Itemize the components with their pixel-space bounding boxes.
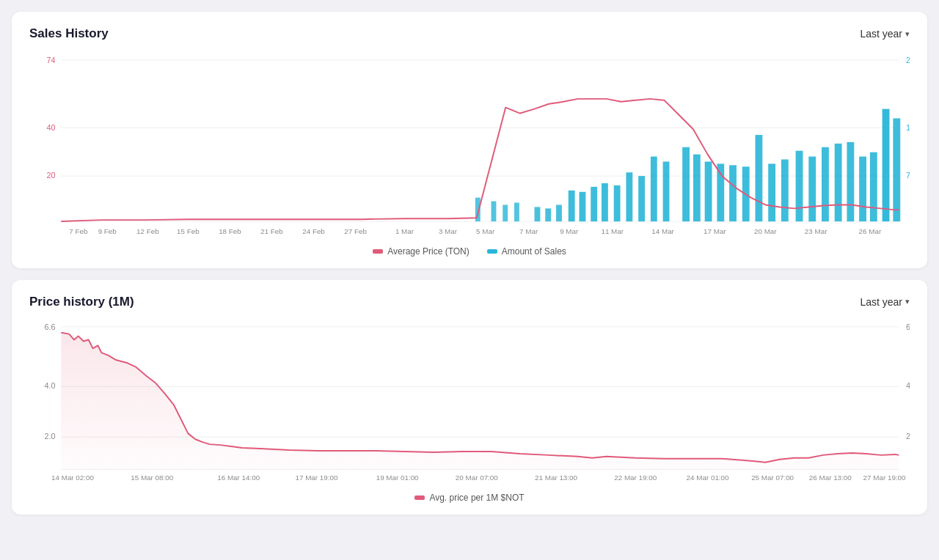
price-history-title: Price history (1M) (29, 295, 134, 309)
legend-bar-item: Amount of Sales (487, 246, 566, 257)
svg-text:15 Mar 08:00: 15 Mar 08:00 (131, 474, 173, 482)
legend-line-item: Average Price (TON) (373, 246, 470, 257)
svg-text:2.0: 2.0 (44, 432, 55, 441)
svg-marker-73 (61, 332, 899, 469)
svg-text:2.0: 2.0 (906, 432, 910, 441)
svg-text:14 Mar: 14 Mar (651, 227, 674, 235)
sales-history-title: Sales History (29, 26, 109, 41)
svg-rect-39 (847, 142, 854, 221)
svg-rect-23 (638, 176, 645, 221)
svg-text:18 Feb: 18 Feb (219, 227, 241, 235)
svg-rect-38 (835, 144, 842, 221)
price-history-header: Price history (1M) Last year ▾ (29, 295, 910, 309)
price-history-period-selector[interactable]: Last year ▾ (860, 296, 910, 308)
svg-rect-27 (693, 155, 701, 221)
svg-text:26 Mar: 26 Mar (859, 227, 882, 235)
svg-text:40: 40 (46, 123, 55, 132)
svg-rect-14 (535, 207, 541, 221)
legend-line-label: Average Price (TON) (387, 246, 470, 257)
price-history-chevron-icon: ▾ (905, 297, 910, 306)
svg-text:4.0: 4.0 (44, 381, 55, 390)
svg-text:14 Mar 02:00: 14 Mar 02:00 (51, 474, 94, 482)
svg-rect-21 (614, 185, 621, 221)
svg-text:17 Mar 19:00: 17 Mar 19:00 (296, 474, 338, 482)
svg-rect-11 (492, 202, 497, 222)
svg-rect-33 (768, 163, 775, 221)
legend-price-item: Avg. price per 1M $NOT (414, 493, 524, 503)
svg-text:6.6: 6.6 (44, 322, 55, 331)
svg-text:9 Feb: 9 Feb (98, 227, 117, 235)
svg-rect-42 (883, 109, 890, 221)
legend-price-dot (414, 495, 425, 500)
legend-bar-dot (487, 249, 497, 254)
sales-history-svg: 74 40 20 27602 14000 7000 (29, 50, 910, 237)
svg-rect-37 (822, 147, 829, 221)
sales-history-period-label: Last year (860, 28, 902, 40)
svg-rect-35 (796, 151, 803, 221)
svg-text:20 Mar: 20 Mar (754, 227, 777, 235)
svg-rect-15 (545, 208, 551, 221)
svg-rect-20 (602, 183, 608, 221)
sales-history-legend: Average Price (TON) Amount of Sales (29, 246, 910, 257)
svg-text:7 Feb: 7 Feb (69, 227, 88, 235)
svg-rect-19 (591, 187, 597, 221)
svg-text:15 Feb: 15 Feb (177, 227, 200, 235)
price-history-period-label: Last year (860, 296, 902, 308)
svg-rect-22 (626, 172, 632, 221)
svg-rect-40 (859, 157, 866, 222)
svg-text:4.0: 4.0 (906, 381, 910, 390)
svg-text:22 Mar 19:00: 22 Mar 19:00 (614, 474, 657, 482)
svg-text:20: 20 (46, 171, 55, 180)
legend-line-dot (373, 249, 383, 254)
svg-text:3 Mar: 3 Mar (439, 227, 458, 235)
svg-text:16 Mar 14:00: 16 Mar 14:00 (217, 474, 260, 482)
svg-text:9 Mar: 9 Mar (560, 227, 579, 235)
svg-text:20 Mar 07:00: 20 Mar 07:00 (456, 474, 498, 482)
svg-text:14000: 14000 (906, 123, 910, 132)
svg-rect-34 (781, 160, 789, 222)
svg-rect-36 (808, 157, 816, 222)
price-history-svg: 6.6 4.0 2.0 6.6 4.0 2.0 (29, 318, 910, 484)
svg-text:27602: 27602 (906, 56, 910, 65)
svg-text:6.6: 6.6 (906, 322, 910, 331)
svg-rect-18 (580, 192, 586, 221)
svg-rect-29 (717, 163, 724, 221)
svg-text:5 Mar: 5 Mar (476, 227, 495, 235)
svg-rect-12 (503, 205, 508, 221)
svg-text:7 Mar: 7 Mar (519, 227, 538, 235)
svg-text:24 Feb: 24 Feb (302, 227, 325, 235)
svg-rect-43 (893, 118, 900, 221)
price-history-chart-area: 6.6 4.0 2.0 6.6 4.0 2.0 (29, 318, 910, 503)
svg-text:11 Mar: 11 Mar (601, 227, 624, 235)
legend-bar-label: Amount of Sales (502, 246, 566, 257)
svg-text:19 Mar 01:00: 19 Mar 01:00 (376, 474, 419, 482)
svg-text:27 Mar 19:00: 27 Mar 19:00 (863, 474, 906, 482)
svg-rect-16 (556, 205, 562, 221)
svg-text:27 Feb: 27 Feb (344, 227, 367, 235)
svg-rect-28 (705, 161, 712, 221)
sales-history-chevron-icon: ▾ (905, 29, 910, 39)
svg-text:25 Mar 07:00: 25 Mar 07:00 (751, 474, 794, 482)
svg-rect-41 (870, 152, 877, 221)
sales-history-period-selector[interactable]: Last year ▾ (860, 28, 910, 40)
svg-text:7000: 7000 (906, 171, 910, 180)
sales-history-header: Sales History Last year ▾ (29, 26, 910, 41)
svg-text:74: 74 (46, 56, 55, 65)
svg-text:23 Mar: 23 Mar (805, 227, 827, 235)
svg-text:21 Mar 13:00: 21 Mar 13:00 (535, 474, 577, 482)
svg-text:17 Mar: 17 Mar (704, 227, 726, 235)
price-history-legend: Avg. price per 1M $NOT (29, 493, 910, 503)
sales-history-chart-area: 74 40 20 27602 14000 7000 (29, 50, 910, 257)
svg-rect-25 (663, 161, 670, 221)
svg-text:1 Mar: 1 Mar (395, 227, 414, 235)
svg-rect-24 (651, 157, 657, 222)
svg-rect-32 (756, 135, 763, 221)
svg-rect-13 (514, 203, 519, 222)
svg-text:21 Feb: 21 Feb (260, 227, 283, 235)
svg-rect-26 (682, 147, 690, 221)
legend-price-label: Avg. price per 1M $NOT (429, 493, 524, 503)
price-history-card: Price history (1M) Last year ▾ 6.6 4.0 2… (12, 280, 927, 515)
sales-history-card: Sales History Last year ▾ 74 40 20 27602… (12, 12, 927, 268)
svg-text:26 Mar 13:00: 26 Mar 13:00 (809, 474, 852, 482)
svg-text:12 Feb: 12 Feb (136, 227, 159, 235)
